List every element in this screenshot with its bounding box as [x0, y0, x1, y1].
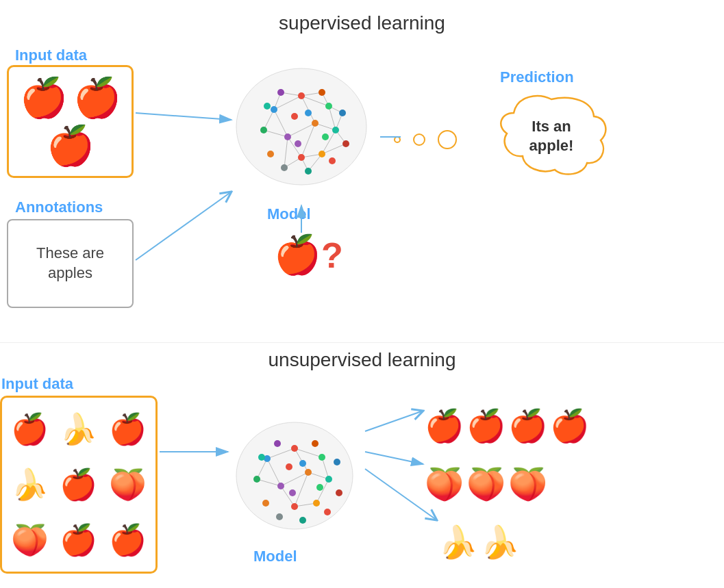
fruit-banana-1: 🍌	[60, 411, 97, 447]
svg-point-80	[334, 459, 340, 465]
svg-point-88	[262, 500, 269, 507]
progression-dots	[394, 130, 457, 149]
fruit-apple-3: 🍎	[60, 467, 97, 502]
svg-point-44	[295, 140, 301, 147]
section-divider	[0, 342, 724, 343]
svg-point-77	[253, 476, 260, 483]
apple-icon-1: 🍎	[20, 75, 68, 120]
svg-point-46	[264, 103, 271, 110]
svg-point-71	[319, 454, 325, 461]
svg-line-93	[365, 411, 423, 431]
svg-point-45	[267, 151, 274, 157]
svg-point-90	[324, 509, 331, 515]
svg-point-76	[313, 500, 320, 507]
out-apple-4: 🍎	[550, 407, 589, 444]
fruit-apple-4: 🍎	[60, 522, 97, 558]
out-peach-1: 🍑	[425, 465, 464, 502]
svg-point-0	[236, 68, 366, 185]
svg-point-89	[258, 454, 265, 461]
svg-point-30	[312, 120, 319, 127]
query-apple-icon: 🍎	[274, 233, 321, 277]
svg-point-41	[291, 113, 298, 120]
svg-point-81	[336, 489, 342, 496]
apple-icon-2: 🍎	[73, 75, 121, 120]
svg-point-42	[305, 110, 312, 116]
output-apple-cluster: 🍎 🍎 🍎 🍎	[425, 407, 589, 444]
supervised-model-brain	[226, 55, 377, 205]
svg-point-34	[260, 127, 267, 133]
out-apple-3: 🍎	[508, 407, 547, 444]
annotations-text: These are apples	[15, 244, 125, 283]
apple-icon-3: 🍎	[47, 124, 95, 167]
supervised-input-label: Input data	[15, 47, 87, 64]
unsupervised-input-box: 🍎 🍌 🍎 🍌 🍎 🍑 🍑 🍎 🍎	[0, 396, 158, 574]
svg-point-86	[316, 484, 323, 491]
svg-point-28	[325, 103, 332, 110]
svg-point-32	[298, 154, 305, 161]
svg-point-55	[236, 422, 353, 529]
fruit-banana-2: 🍌	[11, 467, 49, 502]
output-banana-cluster: 🍌 🍌	[438, 524, 519, 561]
unsupervised-model-brain	[226, 411, 363, 548]
fruit-peach-1: 🍑	[109, 467, 147, 502]
svg-point-47	[329, 157, 336, 164]
svg-point-69	[291, 445, 298, 452]
svg-point-74	[325, 476, 332, 483]
unsupervised-input-label: Input data	[1, 375, 73, 393]
unsupervised-model-label: Model	[253, 548, 297, 565]
svg-point-40	[281, 164, 288, 171]
out-banana-2: 🍌	[480, 524, 519, 561]
dot-medium	[413, 133, 425, 146]
dot-large	[438, 130, 457, 149]
supervised-model-label: Model	[267, 205, 311, 223]
svg-point-79	[312, 440, 319, 447]
out-apple-2: 🍎	[466, 407, 505, 444]
svg-line-51	[136, 113, 232, 120]
supervised-title: supervised learning	[0, 12, 724, 34]
fruit-peach-2: 🍑	[11, 522, 49, 558]
supervised-input-box: 🍎 🍎 🍎	[7, 65, 134, 178]
fruit-apple-2: 🍎	[109, 411, 147, 447]
prediction-cloud: Its an apple!	[490, 89, 613, 185]
svg-point-33	[319, 151, 325, 157]
svg-point-27	[271, 106, 277, 113]
svg-point-36	[319, 89, 325, 96]
svg-point-84	[286, 463, 292, 470]
fruit-apple-1: 🍎	[11, 411, 49, 447]
prediction-label: Prediction	[500, 68, 574, 86]
svg-text:Its an: Its an	[532, 118, 571, 135]
svg-point-73	[305, 469, 312, 476]
supervised-annotations-label: Annotations	[15, 199, 103, 216]
out-banana-1: 🍌	[438, 524, 477, 561]
svg-point-87	[289, 489, 296, 496]
svg-point-82	[299, 517, 306, 524]
svg-text:apple!: apple!	[529, 137, 574, 154]
dot-small	[394, 136, 401, 143]
svg-point-35	[277, 89, 284, 96]
svg-point-29	[284, 133, 291, 140]
unsupervised-title: unsupervised learning	[0, 349, 724, 371]
svg-point-39	[305, 168, 312, 175]
svg-point-31	[332, 127, 339, 133]
svg-point-75	[291, 503, 298, 510]
svg-point-26	[298, 92, 305, 99]
svg-point-72	[277, 483, 284, 489]
svg-line-94	[365, 452, 423, 464]
svg-point-43	[322, 133, 329, 140]
supervised-annotations-box: These are apples	[7, 219, 134, 308]
question-mark-icon: ?	[321, 235, 343, 276]
svg-point-78	[274, 440, 281, 447]
out-peach-2: 🍑	[466, 465, 505, 502]
query-apple: 🍎 ?	[274, 233, 343, 277]
output-peach-cluster: 🍑 🍑 🍑	[425, 465, 547, 502]
svg-point-85	[299, 460, 306, 467]
fruit-apple-5: 🍎	[109, 522, 147, 558]
svg-point-38	[342, 140, 349, 147]
svg-line-52	[136, 192, 232, 260]
svg-point-83	[276, 513, 283, 520]
out-apple-1: 🍎	[425, 407, 464, 444]
svg-point-37	[339, 110, 346, 116]
out-peach-3: 🍑	[508, 465, 547, 502]
